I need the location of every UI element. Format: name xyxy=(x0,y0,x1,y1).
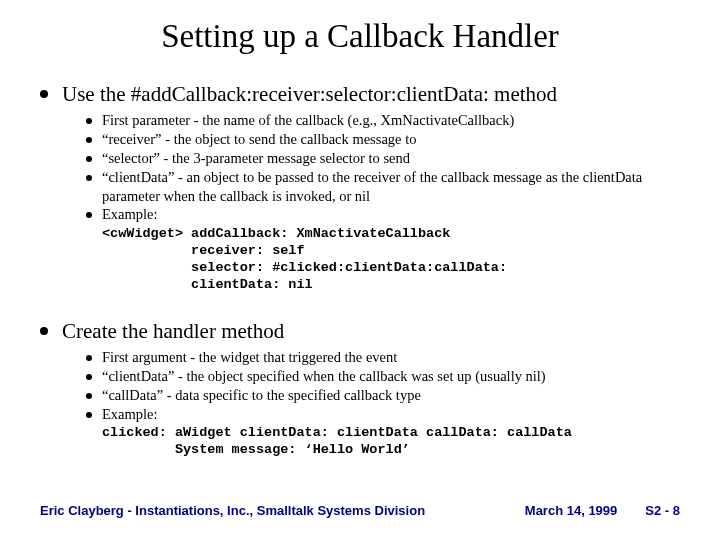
bullet-icon xyxy=(86,355,92,361)
sub-text: “selector” - the 3-parameter message sel… xyxy=(102,149,410,168)
code-example-2: clicked: aWidget clientData: clientData … xyxy=(102,425,680,459)
sub-item: “selector” - the 3-parameter message sel… xyxy=(86,149,680,168)
bullet-icon xyxy=(86,156,92,162)
bullet-icon xyxy=(40,327,48,335)
sub-item: First argument - the widget that trigger… xyxy=(86,348,680,367)
bullet-icon xyxy=(86,175,92,181)
sub-text: First argument - the widget that trigger… xyxy=(102,348,397,367)
bullet-icon xyxy=(86,374,92,380)
bullet-icon xyxy=(86,393,92,399)
sub-item: Example: xyxy=(86,405,680,424)
code-example-1: <cwWidget> addCallback: XmNactivateCallb… xyxy=(102,226,680,294)
sub-text: Example: xyxy=(102,405,158,424)
sub-text: First parameter - the name of the callba… xyxy=(102,111,514,130)
slide-footer: Eric Clayberg - Instantiations, Inc., Sm… xyxy=(40,503,680,518)
sub-item: “callData” - data specific to the specif… xyxy=(86,386,680,405)
sub-text: “clientData” - the object specified when… xyxy=(102,367,546,386)
footer-date: March 14, 1999 xyxy=(525,503,618,518)
sub-text: Example: xyxy=(102,205,158,224)
bullet-icon xyxy=(40,90,48,98)
footer-right: March 14, 1999 S2 - 8 xyxy=(525,503,680,518)
slide-container: Setting up a Callback Handler Use the #a… xyxy=(0,0,720,459)
sub-list-1: First parameter - the name of the callba… xyxy=(86,111,680,224)
main-bullet-1-text: Use the #addCallback:receiver:selector:c… xyxy=(62,81,557,107)
bullet-icon xyxy=(86,412,92,418)
main-bullet-2: Create the handler method xyxy=(40,318,680,344)
main-bullet-2-text: Create the handler method xyxy=(62,318,284,344)
sub-item: “clientData” - an object to be passed to… xyxy=(86,168,680,206)
main-bullet-1: Use the #addCallback:receiver:selector:c… xyxy=(40,81,680,107)
footer-author: Eric Clayberg - Instantiations, Inc., Sm… xyxy=(40,503,425,518)
sub-text: “clientData” - an object to be passed to… xyxy=(102,168,680,206)
sub-item: “receiver” - the object to send the call… xyxy=(86,130,680,149)
sub-list-2: First argument - the widget that trigger… xyxy=(86,348,680,423)
sub-text: “callData” - data specific to the specif… xyxy=(102,386,421,405)
bullet-icon xyxy=(86,212,92,218)
footer-page: S2 - 8 xyxy=(645,503,680,518)
slide-title: Setting up a Callback Handler xyxy=(40,18,680,55)
bullet-icon xyxy=(86,118,92,124)
sub-item: Example: xyxy=(86,205,680,224)
sub-item: “clientData” - the object specified when… xyxy=(86,367,680,386)
sub-text: “receiver” - the object to send the call… xyxy=(102,130,416,149)
sub-item: First parameter - the name of the callba… xyxy=(86,111,680,130)
bullet-icon xyxy=(86,137,92,143)
